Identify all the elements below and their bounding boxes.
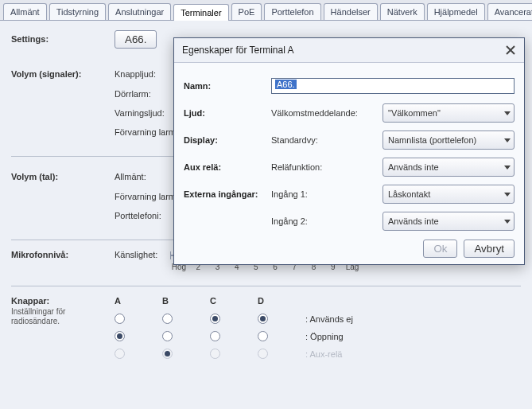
tab-allmänt[interactable]: Allmänt: [3, 3, 47, 20]
radio-c-0[interactable]: [210, 314, 220, 324]
chevron-down-icon: [504, 193, 511, 197]
mic-heading: Mikrofonnivå:: [11, 250, 115, 259]
display-label: Display:: [184, 135, 271, 145]
tab-bar: AllmäntTidstyrningAnslutningarTerminaler…: [0, 0, 532, 21]
radio-d-1[interactable]: [258, 331, 268, 341]
tab-hjälpmedel[interactable]: Hjälpmedel: [427, 3, 485, 20]
radio-b-0[interactable]: [162, 314, 173, 324]
external-inputs-label: Externa ingångar:: [184, 189, 271, 199]
tab-poe[interactable]: PoE: [231, 3, 262, 20]
radio-d-2: [258, 349, 268, 359]
settings-heading: Settings:: [11, 34, 115, 44]
radio-column-headers: ABCD: [115, 296, 521, 306]
tab-händelser[interactable]: Händelser: [324, 3, 378, 20]
sound-label: Ljud:: [184, 108, 271, 118]
active-terminal-button[interactable]: A66.: [115, 30, 157, 49]
name-label: Namn:: [184, 81, 271, 91]
radio-row-label: : Används ej: [305, 314, 353, 324]
radio-row: : Öppning: [115, 328, 521, 345]
volume-signals-heading: Volym (signaler):: [11, 69, 115, 79]
default-view-label: Standardvy:: [271, 135, 382, 145]
radio-a-0[interactable]: [115, 314, 125, 324]
tab-anslutningar[interactable]: Anslutningar: [108, 3, 171, 20]
default-view-select[interactable]: Namnlista (porttelefon): [382, 130, 515, 150]
buttons-note: Inställningar för radiosändare.: [11, 307, 115, 326]
name-input[interactable]: A66.: [271, 78, 515, 94]
chevron-down-icon: [504, 111, 511, 115]
radio-c-2: [210, 349, 220, 359]
dialog-title: Egenskaper för Terminal A: [182, 45, 294, 56]
tab-porttelefon[interactable]: Porttelefon: [264, 3, 320, 20]
mic-sensitivity-label: Känslighet:: [115, 250, 170, 259]
radio-a-1[interactable]: [115, 331, 125, 341]
radio-row-label: : Aux-relä: [305, 349, 342, 359]
radio-c-1[interactable]: [210, 331, 220, 341]
buttons-heading: Knappar:: [11, 296, 115, 306]
relay-function-label: Reläfunktion:: [271, 162, 382, 172]
tab-nätverk[interactable]: Nätverk: [380, 3, 425, 20]
welcome-message-label: Välkomstmeddelande:: [271, 108, 382, 118]
radio-d-0[interactable]: [258, 314, 268, 324]
chevron-down-icon: [504, 138, 511, 142]
chevron-down-icon: [504, 220, 511, 224]
terminal-properties-dialog: Egenskaper för Terminal A Namn: A66. Lju…: [173, 37, 525, 265]
input1-select[interactable]: Låskontakt: [382, 185, 515, 204]
aux-relay-label: Aux relä:: [184, 162, 271, 172]
cancel-button[interactable]: Avbryt: [464, 240, 515, 258]
tab-terminaler[interactable]: Terminaler: [173, 4, 228, 21]
chevron-down-icon: [504, 166, 511, 169]
tab-tidstyrning[interactable]: Tidstyrning: [49, 3, 106, 20]
radio-a-2: [115, 349, 125, 359]
radio-b-1[interactable]: [162, 331, 173, 341]
ok-button[interactable]: Ok: [423, 240, 457, 258]
welcome-message-select[interactable]: "Välkommen": [382, 103, 515, 123]
radio-row: : Används ej: [115, 310, 521, 328]
relay-function-select[interactable]: Används inte: [382, 158, 515, 177]
radio-row-label: : Öppning: [305, 332, 344, 341]
input2-label: Ingång 2:: [271, 216, 382, 226]
tab-avancerat[interactable]: Avancerat: [487, 3, 532, 20]
volume-speech-heading: Volym (tal):: [11, 172, 115, 181]
input2-select[interactable]: Används inte: [382, 212, 515, 231]
close-icon[interactable]: [503, 43, 518, 57]
radio-b-2: [162, 349, 173, 359]
radio-row: : Aux-relä: [115, 345, 521, 363]
input1-label: Ingång 1:: [271, 189, 382, 199]
